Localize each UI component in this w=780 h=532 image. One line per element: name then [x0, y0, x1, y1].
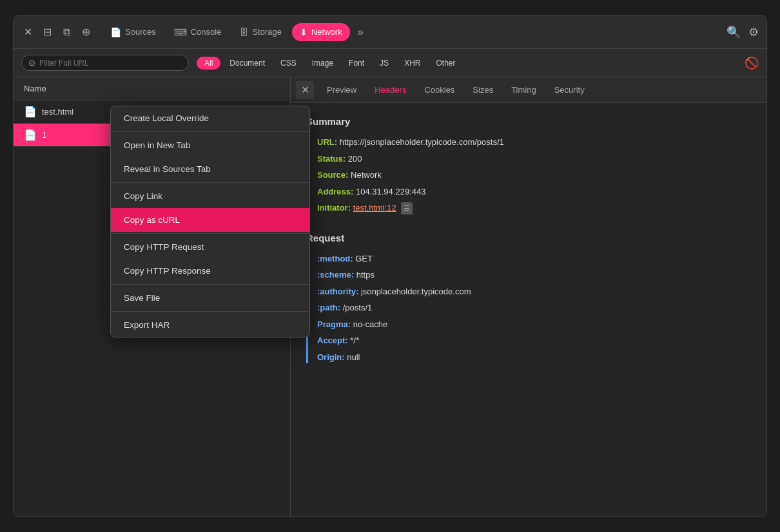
summary-address-row: Address: 104.31.94.229:443 — [317, 185, 751, 198]
sources-icon: 📄 — [110, 27, 121, 37]
name-column-header: Name — [14, 77, 290, 100]
ctx-copy-link[interactable]: Copy Link — [111, 184, 309, 208]
storage-icon: 🗄 — [239, 27, 248, 37]
console-icon: ⌨ — [174, 27, 187, 37]
scheme-value: https — [356, 270, 375, 280]
tab-cookies[interactable]: Cookies — [416, 81, 462, 99]
ctx-reveal-sources[interactable]: Reveal in Sources Tab — [111, 157, 309, 181]
accept-key: Accept: — [317, 336, 348, 345]
type-image-btn[interactable]: Image — [306, 57, 340, 70]
tab-sources[interactable]: 📄 Sources — [102, 23, 164, 41]
ctx-copy-curl[interactable]: Copy as cURL — [111, 208, 309, 232]
filter-url-input[interactable] — [39, 59, 168, 68]
type-document-btn[interactable]: Document — [223, 57, 271, 70]
summary-source-row: Source: Network — [317, 169, 751, 182]
tab-security[interactable]: Security — [547, 81, 592, 99]
file-icon-plain: 📄 — [24, 129, 37, 141]
pragma-value: no-cache — [353, 319, 387, 329]
panel-content: Summary URL: https://jsonplaceholder.typ… — [291, 103, 766, 517]
main-content: Name 📄 test.html 📄 1 Create Local Overri… — [14, 77, 766, 517]
ctx-divider-5 — [111, 311, 309, 312]
panel-tabs-bar: ✕ Preview Headers Cookies Sizes Timing S… — [291, 77, 766, 103]
request-pragma-row: Pragma: no-cache — [317, 318, 751, 331]
summary-status-row: Status: 200 — [317, 153, 751, 166]
url-value: https://jsonplaceholder.typicode.com/pos… — [340, 137, 504, 147]
authority-value: jsonplaceholder.typicode.com — [361, 287, 471, 296]
address-key: Address: — [317, 187, 353, 196]
summary-section: Summary URL: https://jsonplaceholder.typ… — [306, 116, 751, 214]
ctx-copy-http-response[interactable]: Copy HTTP Response — [111, 259, 309, 283]
type-all-btn[interactable]: All — [197, 57, 220, 70]
path-value: /posts/1 — [343, 303, 373, 312]
method-value: GET — [355, 254, 373, 263]
type-font-btn[interactable]: Font — [342, 57, 371, 70]
authority-key: :authority: — [317, 287, 358, 296]
address-value: 104.31.94.229:443 — [356, 187, 425, 196]
type-xhr-btn[interactable]: XHR — [398, 57, 427, 70]
type-other-btn[interactable]: Other — [429, 57, 462, 70]
origin-key: Origin: — [317, 352, 345, 362]
url-key: URL: — [317, 137, 337, 147]
status-value: 200 — [348, 154, 362, 164]
context-menu: Create Local Override Open in New Tab Re… — [110, 106, 310, 337]
initiator-link[interactable]: test.html:12 — [353, 203, 396, 213]
toolbar-right: 🔍 ⚙ — [726, 25, 759, 39]
tab-network[interactable]: ⬇ Network — [292, 23, 350, 41]
request-section: Request :method: GET :scheme: https :aut… — [306, 233, 751, 364]
request-title: Request — [306, 233, 751, 243]
type-filters: All Document CSS Image Font JS XHR Other — [197, 57, 462, 70]
no-cache-icon[interactable]: 🚫 — [745, 56, 759, 70]
minimize-window-btn[interactable]: ⊟ — [41, 26, 54, 39]
filter-search-icon: ⊙ — [28, 58, 35, 68]
target-btn[interactable]: ⊕ — [79, 26, 92, 39]
stack-icon[interactable]: ☰ — [401, 202, 413, 214]
network-icon: ⬇ — [300, 27, 307, 37]
ctx-copy-http-request[interactable]: Copy HTTP Request — [111, 235, 309, 259]
ctx-export-har[interactable]: Export HAR — [111, 313, 309, 337]
window-controls: ✕ ⊟ ⧉ ⊕ — [21, 26, 92, 39]
ctx-divider-2 — [111, 182, 309, 183]
tab-preview[interactable]: Preview — [319, 81, 364, 99]
ctx-save-file[interactable]: Save File — [111, 286, 309, 310]
pragma-key: Pragma: — [317, 319, 351, 329]
request-authority-row: :authority: jsonplaceholder.typicode.com — [317, 285, 751, 298]
filter-bar: ⊙ All Document CSS Image Font JS XHR Oth… — [14, 49, 766, 77]
tab-console[interactable]: ⌨ Console — [166, 23, 229, 41]
html-file-icon: 📄 — [24, 106, 37, 118]
ctx-open-new-tab[interactable]: Open in New Tab — [111, 133, 309, 157]
tab-headers[interactable]: Headers — [367, 81, 414, 99]
right-panel: ✕ Preview Headers Cookies Sizes Timing S… — [291, 77, 766, 517]
settings-btn[interactable]: ⚙ — [748, 25, 759, 39]
source-value: Network — [351, 170, 382, 180]
tab-storage[interactable]: 🗄 Storage — [231, 23, 289, 41]
summary-block: URL: https://jsonplaceholder.typicode.co… — [306, 136, 751, 214]
summary-initiator-row: Initiator: test.html:12 ☰ — [317, 202, 751, 214]
left-panel: Name 📄 test.html 📄 1 Create Local Overri… — [14, 77, 291, 517]
toolbar: ✕ ⊟ ⧉ ⊕ 📄 Sources ⌨ Console 🗄 Storage ⬇ … — [14, 15, 766, 49]
more-tabs-btn[interactable]: » — [353, 24, 369, 41]
close-window-btn[interactable]: ✕ — [21, 26, 34, 39]
tile-window-btn[interactable]: ⧉ — [60, 26, 73, 39]
request-scheme-row: :scheme: https — [317, 269, 751, 281]
path-key: :path: — [317, 303, 340, 312]
ctx-create-local-override[interactable]: Create Local Override — [111, 106, 309, 130]
initiator-key: Initiator: — [317, 203, 351, 213]
summary-title: Summary — [306, 116, 751, 127]
search-toolbar-btn[interactable]: 🔍 — [726, 25, 741, 39]
devtools-window: ✕ ⊟ ⧉ ⊕ 📄 Sources ⌨ Console 🗄 Storage ⬇ … — [13, 15, 767, 517]
request-path-row: :path: /posts/1 — [317, 301, 751, 314]
ctx-divider-4 — [111, 284, 309, 285]
close-panel-btn[interactable]: ✕ — [296, 81, 314, 99]
accept-value: */* — [350, 336, 359, 345]
method-key: :method: — [317, 254, 353, 263]
scheme-key: :scheme: — [317, 270, 354, 280]
request-accept-row: Accept: */* — [317, 334, 751, 347]
tab-sizes[interactable]: Sizes — [465, 81, 501, 99]
source-key: Source: — [317, 170, 348, 180]
origin-value: null — [347, 352, 360, 362]
request-block: :method: GET :scheme: https :authority: … — [306, 252, 751, 364]
summary-url-row: URL: https://jsonplaceholder.typicode.co… — [317, 136, 751, 149]
type-js-btn[interactable]: JS — [373, 57, 395, 70]
type-css-btn[interactable]: CSS — [274, 57, 303, 70]
tab-timing[interactable]: Timing — [503, 81, 544, 99]
